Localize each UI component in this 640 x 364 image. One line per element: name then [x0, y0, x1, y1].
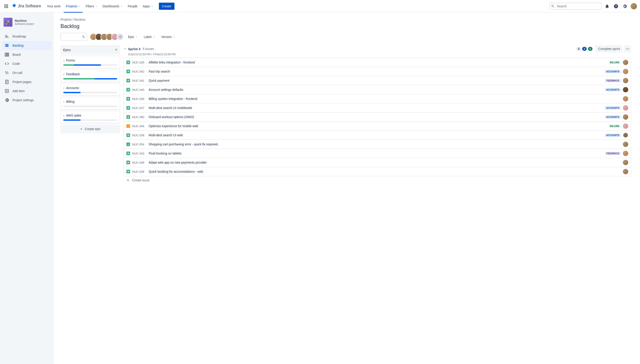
global-search[interactable]	[549, 3, 602, 10]
jira-logo[interactable]: Jira Software	[12, 4, 41, 9]
epic-card[interactable]: ›Forms	[60, 56, 120, 68]
filter-epic[interactable]: Epic	[126, 34, 139, 40]
bell-icon	[605, 4, 609, 9]
epic-progress	[63, 78, 117, 80]
help-button[interactable]: ?	[612, 3, 619, 10]
issue-key[interactable]: NUC-354	[132, 143, 146, 146]
complete-sprint-button[interactable]: Complete sprint	[595, 45, 623, 52]
issue-key[interactable]: NUC-344	[132, 124, 146, 128]
issue-row[interactable]: NUC-337Multi-dest search UI mobilewebACC…	[124, 104, 631, 112]
assignee-avatar[interactable]	[623, 96, 628, 102]
create-button[interactable]: Create	[159, 3, 174, 10]
nav-filters[interactable]: Filters	[83, 3, 99, 10]
issue-key[interactable]: NUC-338	[132, 134, 146, 137]
epic-tag[interactable]: FEEDBACK	[605, 79, 621, 82]
create-epic-button[interactable]: Create epic	[60, 124, 120, 134]
assignee-avatar[interactable]	[623, 160, 628, 165]
filter-version[interactable]: Version	[159, 34, 177, 40]
epic-card[interactable]: ›Accounts	[60, 83, 120, 96]
issue-key[interactable]: NUC-339	[132, 97, 146, 100]
epic-tag[interactable]: ACCOUNTS	[605, 134, 621, 137]
epic-tag[interactable]: ACCOUNTS	[605, 70, 621, 73]
create-issue-button[interactable]: Create issue	[124, 176, 631, 184]
issue-row[interactable]: NUC-354Shopping cart purchasing error - …	[124, 140, 631, 149]
assignee-avatar[interactable]	[623, 169, 628, 174]
epic-tag[interactable]: ACCOUNTS	[605, 106, 621, 110]
issue-key[interactable]: NUC-360	[132, 116, 146, 119]
issue-row[interactable]: NUC-344Optimize experience for mobile we…	[124, 122, 631, 131]
sidebar-item-roadmap[interactable]: Roadmap	[2, 32, 51, 41]
issue-row[interactable]: NUC-338Multi-dest search UI webACCOUNTS	[124, 131, 631, 140]
assignee-avatar[interactable]	[623, 142, 628, 147]
svg-point-5	[8, 73, 9, 74]
epic-tag[interactable]: ACCOUNTS	[605, 88, 621, 92]
sidebar-item-on-call[interactable]: On-call	[2, 68, 51, 77]
issue-summary: Adapt web app no new payments provider	[149, 161, 621, 164]
breadcrumb-projects[interactable]: Projects	[60, 18, 72, 21]
sidebar-item-board[interactable]: Board	[2, 50, 51, 59]
app-switcher-button[interactable]	[3, 3, 10, 10]
backlog-search[interactable]	[60, 33, 87, 41]
assignee-avatar[interactable]	[623, 132, 628, 138]
sidebar-item-label: On-call	[13, 71, 22, 74]
nav-apps[interactable]: Apps	[141, 3, 155, 10]
issue-key[interactable]: NUC-340	[132, 88, 146, 92]
assignee-avatar[interactable]	[623, 105, 628, 110]
settings-button[interactable]	[621, 3, 628, 10]
assignee-avatar[interactable]	[623, 124, 628, 129]
assignee-avatar[interactable]	[623, 69, 628, 74]
nav-your-work[interactable]: Your work	[45, 3, 63, 10]
sidebar-item-project-pages[interactable]: Project pages	[2, 78, 51, 86]
issue-key[interactable]: NUC-335	[132, 61, 146, 64]
epic-tag[interactable]: ACCOUNTS	[605, 116, 621, 119]
issue-row[interactable]: NUC-360Onboard workout options (OWO)ACCO…	[124, 112, 631, 122]
sidebar-item-project-settings[interactable]: Project settings	[2, 96, 51, 104]
issue-key[interactable]: NUC-342	[132, 70, 146, 73]
assignee-avatar[interactable]	[623, 151, 628, 156]
issue-key[interactable]: NUC-341	[132, 79, 146, 82]
assignee-avatar[interactable]	[623, 78, 628, 83]
issue-row[interactable]: NUC-346Adapt web app no new payments pro…	[124, 158, 631, 167]
issue-type-icon	[126, 70, 130, 73]
sprint-more-button[interactable]	[624, 45, 631, 52]
search-input[interactable]	[549, 3, 602, 10]
sidebar-item-code[interactable]: Code	[2, 59, 51, 68]
nav-projects[interactable]: Projects	[64, 3, 83, 10]
sidebar-item-backlog[interactable]: Backlog	[2, 41, 51, 50]
assignee-avatar[interactable]	[623, 87, 628, 92]
assignee-avatar[interactable]	[623, 114, 628, 120]
epic-tag[interactable]: BILLING	[609, 124, 621, 128]
issue-key[interactable]: NUC-337	[132, 106, 146, 110]
project-header[interactable]: 🚀 Nucleus Software project	[2, 17, 51, 30]
nav-people[interactable]: People	[126, 3, 140, 10]
issue-key[interactable]: NUC-343	[132, 152, 146, 155]
issue-row[interactable]: NUC-339Billing system integration - fron…	[124, 94, 631, 104]
close-epics-button[interactable]: ×	[115, 48, 117, 52]
issue-row[interactable]: NUC-336Quick booking for accomodations -…	[124, 167, 631, 176]
avatar-overflow[interactable]: +3	[116, 33, 124, 40]
sprint-toggle[interactable]: Sprint 3	[124, 47, 140, 51]
epic-card[interactable]: ›AWS spike	[60, 111, 120, 123]
issue-key[interactable]: NUC-346	[132, 161, 146, 164]
issue-summary: Onboard workout options (OWO)	[149, 115, 603, 119]
issue-row[interactable]: NUC-341Quick paymentFEEDBACK	[124, 76, 631, 85]
issue-row[interactable]: NUC-335Affelite links integration - fron…	[124, 58, 631, 67]
issue-row[interactable]: NUC-343Fluid booking on tabletsFEEDBACK	[124, 149, 631, 158]
epic-card[interactable]: ›Billing	[60, 97, 120, 110]
assignee-avatar[interactable]	[623, 60, 628, 65]
issue-key[interactable]: NUC-336	[132, 170, 146, 173]
issue-type-icon	[126, 88, 130, 92]
profile-avatar[interactable]	[630, 3, 637, 10]
issue-row[interactable]: NUC-340Account settings defaultsACCOUNTS	[124, 85, 631, 94]
issue-type-icon	[126, 134, 130, 137]
notifications-button[interactable]	[603, 3, 611, 10]
epic-tag[interactable]: FEEDBACK	[605, 152, 621, 155]
epic-tag[interactable]: BILLING	[609, 61, 621, 64]
svg-rect-2	[5, 53, 6, 56]
sidebar-item-add-item[interactable]: Add item	[2, 86, 51, 96]
nav-dashboards[interactable]: Dashboards	[100, 3, 125, 10]
filter-label[interactable]: Label	[142, 34, 157, 40]
epic-card[interactable]: ›Feedback	[60, 70, 120, 82]
assignee-filter-avatars[interactable]: +3	[90, 33, 124, 40]
issue-row[interactable]: NUC-342Fast trip searchACCOUNTS	[124, 67, 631, 76]
